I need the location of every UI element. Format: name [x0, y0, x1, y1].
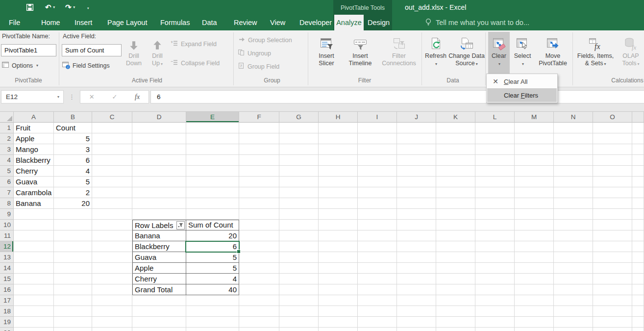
cell-G5[interactable]	[279, 166, 319, 177]
menu-item-clear-filters[interactable]: Clear Filters	[487, 88, 557, 102]
cell-B5[interactable]: 4	[54, 166, 92, 177]
cell-G7[interactable]	[279, 187, 319, 198]
cell-O13[interactable]	[593, 252, 632, 263]
cell-A4[interactable]: Blackberry	[14, 155, 54, 166]
cell-L11[interactable]	[475, 230, 515, 241]
column-header-H[interactable]: H	[319, 112, 358, 123]
cell-N12[interactable]	[554, 241, 593, 252]
filter-icon[interactable]	[176, 221, 185, 229]
cell-L13[interactable]	[475, 252, 515, 263]
cell-E14[interactable]: 5	[186, 263, 239, 274]
cell-F19[interactable]	[239, 317, 279, 328]
drill-up-button[interactable]: Drill Up▾	[146, 32, 169, 74]
cell-J20[interactable]	[397, 328, 436, 331]
cell-C4[interactable]	[92, 155, 132, 166]
cell-O16[interactable]	[593, 284, 632, 295]
cell-K19[interactable]	[436, 317, 475, 328]
insert-function-icon[interactable]: fx	[135, 93, 140, 101]
cell-G4[interactable]	[279, 155, 319, 166]
cell-H16[interactable]	[319, 284, 358, 295]
cell-F17[interactable]	[239, 295, 279, 306]
cell-K4[interactable]	[436, 155, 475, 166]
cell-E2[interactable]	[186, 133, 239, 144]
cell-M3[interactable]	[515, 144, 554, 155]
cell-B4[interactable]: 6	[54, 155, 92, 166]
column-header-K[interactable]: K	[436, 112, 475, 123]
tell-me-box[interactable]: Tell me what you want to do...	[424, 15, 529, 30]
cell-M10[interactable]	[515, 220, 554, 230]
clear-button[interactable]: Clear ▾	[488, 32, 510, 74]
cell-A8[interactable]: Banana	[14, 198, 54, 209]
cell-C19[interactable]	[92, 317, 132, 328]
cell-M2[interactable]	[515, 133, 554, 144]
cell-G13[interactable]	[279, 252, 319, 263]
cell-H19[interactable]	[319, 317, 358, 328]
collapse-field-button[interactable]: − Collapse Field	[171, 58, 220, 68]
cell-partial-2[interactable]	[632, 133, 644, 144]
column-header-M[interactable]: M	[515, 112, 554, 123]
cell-partial-16[interactable]	[632, 284, 644, 295]
cell-I1[interactable]	[358, 123, 397, 133]
cell-F4[interactable]	[239, 155, 279, 166]
tab-formulas[interactable]: Formulas	[160, 15, 190, 30]
cell-I9[interactable]	[358, 209, 397, 220]
cell-O12[interactable]	[593, 241, 632, 252]
cell-O2[interactable]	[593, 133, 632, 144]
cell-N10[interactable]	[554, 220, 593, 230]
cell-B15[interactable]	[54, 274, 92, 284]
cell-B18[interactable]	[54, 306, 92, 317]
tab-home[interactable]: Home	[41, 15, 60, 30]
cell-J5[interactable]	[397, 166, 436, 177]
cell-partial-15[interactable]	[632, 274, 644, 284]
cell-A10[interactable]	[14, 220, 54, 230]
cell-C10[interactable]	[92, 220, 132, 230]
cell-L17[interactable]	[475, 295, 515, 306]
cell-L18[interactable]	[475, 306, 515, 317]
cell-D13[interactable]: Guava	[132, 252, 186, 263]
refresh-button[interactable]: Refresh ▾	[423, 32, 448, 74]
cell-I20[interactable]	[358, 328, 397, 331]
column-header-N[interactable]: N	[554, 112, 593, 123]
cell-E7[interactable]	[186, 187, 239, 198]
cell-C6[interactable]	[92, 177, 132, 187]
cell-C20[interactable]	[92, 328, 132, 331]
cell-J6[interactable]	[397, 177, 436, 187]
cell-D11[interactable]: Banana	[132, 230, 186, 241]
cell-F15[interactable]	[239, 274, 279, 284]
cell-O9[interactable]	[593, 209, 632, 220]
olap-tools-button[interactable]: fx OLAP Tools▾	[618, 32, 644, 74]
cell-J2[interactable]	[397, 133, 436, 144]
cell-K7[interactable]	[436, 187, 475, 198]
cell-I4[interactable]	[358, 155, 397, 166]
cell-G15[interactable]	[279, 274, 319, 284]
cell-A18[interactable]	[14, 306, 54, 317]
cell-M9[interactable]	[515, 209, 554, 220]
cell-C5[interactable]	[92, 166, 132, 177]
cell-B17[interactable]	[54, 295, 92, 306]
cell-J7[interactable]	[397, 187, 436, 198]
tab-developer[interactable]: Developer	[299, 15, 332, 30]
cell-K2[interactable]	[436, 133, 475, 144]
cell-F10[interactable]	[239, 220, 279, 230]
cell-H14[interactable]	[319, 263, 358, 274]
move-pivottable-button[interactable]: Move PivotTable	[535, 32, 570, 74]
cell-H11[interactable]	[319, 230, 358, 241]
cell-D6[interactable]	[132, 177, 186, 187]
ungroup-button[interactable]: Ungroup	[237, 48, 271, 58]
cell-H12[interactable]	[319, 241, 358, 252]
chevron-down-icon[interactable]: ▾	[57, 91, 59, 103]
cell-D3[interactable]	[132, 144, 186, 155]
cell-F14[interactable]	[239, 263, 279, 274]
cell-A19[interactable]	[14, 317, 54, 328]
enter-icon[interactable]: ✓	[112, 93, 117, 101]
cell-C17[interactable]	[92, 295, 132, 306]
cell-M12[interactable]	[515, 241, 554, 252]
cell-N17[interactable]	[554, 295, 593, 306]
insert-timeline-button[interactable]: Insert Timeline	[343, 32, 377, 74]
cell-C18[interactable]	[92, 306, 132, 317]
cell-A9[interactable]	[14, 209, 54, 220]
tab-page-layout[interactable]: Page Layout	[107, 15, 147, 30]
cell-partial-19[interactable]	[632, 317, 644, 328]
cell-O10[interactable]	[593, 220, 632, 230]
cell-E11[interactable]: 20	[186, 230, 239, 241]
